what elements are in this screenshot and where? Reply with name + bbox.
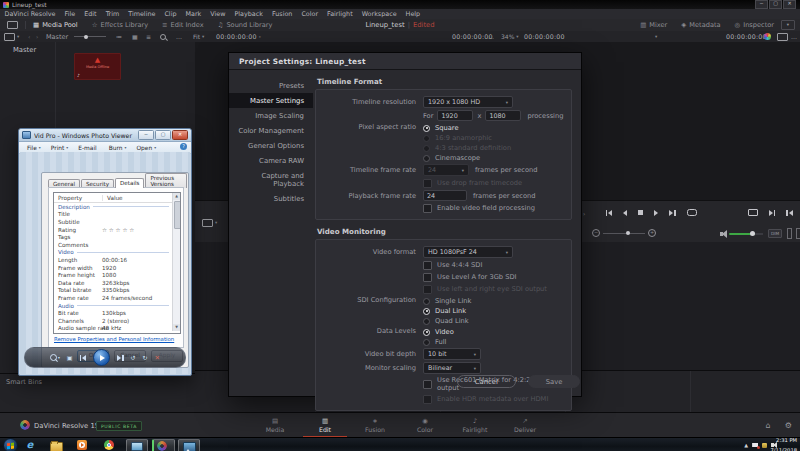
property-row[interactable]: Tags bbox=[54, 233, 173, 241]
loop-button[interactable] bbox=[687, 209, 697, 216]
photo-viewer-taskbar-button[interactable] bbox=[178, 439, 200, 451]
menu-item[interactable]: DaVinci Resolve bbox=[0, 9, 60, 19]
media-player-icon[interactable] bbox=[76, 439, 88, 451]
previous-image-button[interactable] bbox=[80, 355, 87, 361]
settings-sidebar-item[interactable]: Image Scaling bbox=[229, 108, 313, 123]
radio-option[interactable]: 16:9 anamorphic bbox=[423, 134, 511, 142]
dual-monitor-icon[interactable] bbox=[777, 31, 788, 42]
dim-button[interactable]: DIM bbox=[768, 229, 782, 238]
speaker-icon[interactable] bbox=[720, 232, 723, 236]
clip-view-button[interactable]: ▾ bbox=[4, 31, 19, 42]
davinci-resolve-taskbar-button[interactable] bbox=[152, 439, 175, 451]
taskbar-clock[interactable]: 2:31 PM 7/11/2018 bbox=[770, 438, 797, 451]
next-image-button[interactable] bbox=[117, 355, 124, 361]
property-row[interactable]: Title bbox=[54, 211, 173, 219]
property-row[interactable]: Frame height 1080 bbox=[54, 271, 173, 279]
viewer-menu-chevron-icon[interactable]: ▾ bbox=[655, 31, 657, 42]
properties-tab[interactable]: Previous Versions bbox=[145, 173, 187, 188]
radio-option[interactable]: Full bbox=[423, 338, 454, 346]
play-around-button[interactable] bbox=[769, 210, 776, 216]
property-row[interactable]: Bit rate 130kbps bbox=[54, 309, 173, 317]
menu-item[interactable]: Timeline bbox=[124, 9, 160, 19]
actual-size-button[interactable]: ▣ bbox=[67, 354, 73, 361]
radio-option[interactable]: Dual Link bbox=[423, 307, 471, 315]
rec601-checkbox[interactable] bbox=[423, 380, 432, 389]
property-row[interactable]: Comments bbox=[54, 241, 173, 249]
page-tab[interactable]: ↗ Deliver bbox=[500, 413, 550, 438]
drop-frame-checkbox[interactable] bbox=[423, 179, 432, 188]
search-icon[interactable] bbox=[160, 31, 166, 42]
property-column-header[interactable]: Property bbox=[54, 195, 103, 201]
menu-item[interactable]: Mark bbox=[181, 9, 206, 19]
timeline-resolution-dropdown[interactable]: 1920 x 1080 HD ▾ bbox=[423, 96, 513, 108]
property-row[interactable]: Rating ☆ ☆ ☆ ☆ ☆ bbox=[54, 226, 173, 234]
mixer-button[interactable]: ▥ Mixer bbox=[633, 19, 674, 31]
internet-explorer-icon[interactable]: e bbox=[24, 439, 36, 451]
back-button[interactable]: ‹ bbox=[28, 31, 30, 42]
bin-path[interactable]: Master bbox=[46, 31, 68, 42]
rotate-clockwise-button[interactable]: ↻ bbox=[143, 354, 148, 361]
settings-sidebar-item[interactable]: Color Management bbox=[229, 123, 313, 138]
radio-button[interactable] bbox=[423, 298, 430, 305]
property-row[interactable]: Description bbox=[54, 203, 173, 211]
maximize-button[interactable]: ▢ bbox=[155, 130, 171, 140]
minimize-button[interactable]: ─ bbox=[138, 130, 154, 140]
remove-properties-link[interactable]: Remove Properties and Personal Informati… bbox=[54, 336, 174, 342]
radio-button[interactable] bbox=[423, 125, 430, 132]
panel-options-button[interactable]: ▾ bbox=[781, 20, 795, 30]
radio-option[interactable]: Quad Link bbox=[423, 317, 471, 325]
menu-item[interactable]: File ▾ bbox=[23, 145, 45, 151]
zoom-fit-dropdown[interactable]: Fit▾ bbox=[193, 31, 204, 42]
video-format-dropdown[interactable]: HD 1080PsF 24 ▾ bbox=[423, 246, 513, 258]
zoom-level-dropdown[interactable]: 34%▾ bbox=[501, 31, 519, 42]
menu-item[interactable]: View bbox=[206, 9, 230, 19]
radio-button[interactable] bbox=[423, 308, 430, 315]
play-button[interactable] bbox=[654, 210, 658, 216]
page-tab[interactable]: ◉ Color bbox=[400, 413, 450, 438]
menu-item[interactable]: Open ▾ bbox=[132, 145, 160, 151]
property-row[interactable]: Data rate 3263kbps bbox=[54, 279, 173, 287]
workspace-toggle-button[interactable] bbox=[0, 19, 25, 31]
property-row[interactable]: Total bitrate 3350kbps bbox=[54, 287, 173, 295]
sort-icon[interactable]: ≔ bbox=[116, 31, 122, 42]
tray-status-icon[interactable] bbox=[762, 443, 767, 448]
start-button[interactable] bbox=[3, 438, 18, 451]
settings-sidebar-item[interactable]: Capture and Playback bbox=[229, 168, 313, 191]
radio-button[interactable] bbox=[423, 135, 430, 142]
list-view-icon[interactable]: ≡ bbox=[146, 31, 151, 42]
step-back-button[interactable] bbox=[623, 210, 627, 216]
settings-sidebar-item[interactable]: Master Settings bbox=[229, 93, 313, 108]
property-row[interactable]: Subtitle bbox=[54, 218, 173, 226]
save-button[interactable]: Save bbox=[528, 375, 581, 388]
stereo-sdi-checkbox[interactable] bbox=[423, 285, 432, 294]
menu-item[interactable]: Help bbox=[401, 9, 425, 19]
level-a-checkbox[interactable] bbox=[423, 273, 432, 282]
property-row[interactable]: Length 00:00:16 bbox=[54, 256, 173, 264]
timeline-frame-rate-dropdown[interactable]: 24 ▾ bbox=[423, 164, 469, 176]
settings-sidebar-item[interactable]: Camera RAW bbox=[229, 153, 313, 168]
property-row[interactable]: Frame rate 24 frames/second bbox=[54, 294, 173, 302]
menu-item[interactable]: Fairlight bbox=[323, 9, 358, 19]
scroll-up-icon[interactable]: ▲ bbox=[173, 193, 180, 200]
value-column-header[interactable]: Value bbox=[103, 195, 180, 201]
rotate-counterclockwise-button[interactable]: ↺ bbox=[131, 354, 136, 361]
radio-option[interactable]: Square bbox=[423, 124, 511, 132]
media-pool-button[interactable]: ▦ Media Pool bbox=[26, 19, 85, 31]
cancel-button[interactable]: Cancel bbox=[457, 375, 516, 388]
property-row[interactable]: Audio sample rate 48 kHz bbox=[54, 325, 173, 333]
use-444-sdi-checkbox[interactable] bbox=[423, 261, 432, 270]
jump-to-start-button[interactable] bbox=[606, 210, 613, 216]
help-icon[interactable]: ? bbox=[180, 143, 187, 150]
settings-sidebar-item[interactable]: Subtitles bbox=[229, 191, 313, 206]
minimize-button[interactable]: ─ bbox=[755, 0, 768, 9]
volume-slider[interactable] bbox=[729, 233, 755, 235]
loop-range-icon[interactable] bbox=[748, 209, 758, 216]
property-row[interactable]: Frame width 1920 bbox=[54, 264, 173, 272]
timeline-zoom-slider[interactable]: − + bbox=[592, 229, 656, 237]
expand-panel-icon[interactable]: › bbox=[583, 210, 585, 217]
radio-option[interactable]: Video bbox=[423, 328, 454, 336]
chrome-icon[interactable] bbox=[103, 439, 115, 451]
more-options-icon[interactable]: … bbox=[176, 31, 182, 42]
menu-item[interactable]: Fusion bbox=[267, 9, 296, 19]
settings-sidebar-item[interactable]: Presets bbox=[229, 78, 313, 93]
